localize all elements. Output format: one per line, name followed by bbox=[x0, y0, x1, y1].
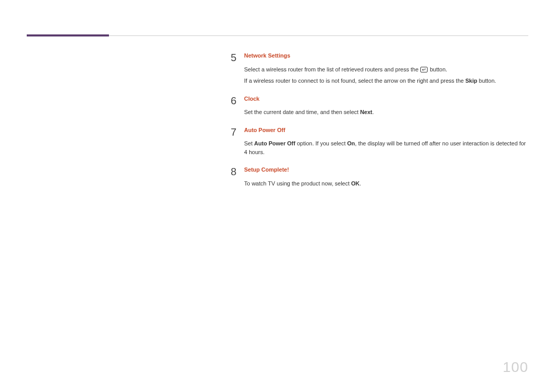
step-item: 6ClockSet the current date and time, and… bbox=[229, 95, 528, 120]
text-segment: button. bbox=[477, 78, 496, 84]
text-segment: button. bbox=[428, 66, 447, 72]
step-title: Clock bbox=[244, 95, 528, 103]
step-item: 8Setup Complete!To watch TV using the pr… bbox=[229, 165, 528, 191]
bold-text: On bbox=[347, 140, 355, 146]
text-segment: Set bbox=[244, 140, 254, 146]
step-text-line: To watch TV using the product now, selec… bbox=[244, 179, 528, 188]
text-segment: . bbox=[360, 180, 361, 186]
text-segment: If a wireless router to connect to is no… bbox=[244, 78, 465, 84]
text-segment: . bbox=[372, 109, 374, 115]
enter-button-icon bbox=[420, 67, 428, 72]
step-title: Setup Complete! bbox=[244, 165, 528, 174]
bold-text: OK bbox=[351, 180, 360, 186]
step-text-line: Select a wireless router from the list o… bbox=[244, 65, 528, 74]
step-text-line: If a wireless router to connect to is no… bbox=[244, 77, 528, 85]
step-number: 7 bbox=[229, 126, 244, 138]
step-text-line: Set the current date and time, and then … bbox=[244, 108, 528, 117]
bold-text: Next bbox=[360, 109, 373, 115]
text-segment: Select a wireless router from the list o… bbox=[244, 66, 420, 72]
step-item: 7Auto Power OffSet Auto Power Off option… bbox=[229, 126, 528, 160]
step-number: 6 bbox=[229, 95, 244, 107]
step-number: 5 bbox=[229, 51, 244, 64]
step-body: Setup Complete!To watch TV using the pro… bbox=[244, 165, 528, 191]
text-segment: To watch TV using the product now, selec… bbox=[244, 180, 351, 186]
step-title: Auto Power Off bbox=[244, 126, 528, 135]
step-body: Network SettingsSelect a wireless router… bbox=[244, 51, 528, 88]
page-number: 100 bbox=[503, 359, 528, 376]
step-number: 8 bbox=[229, 165, 244, 178]
bold-text: Auto Power Off bbox=[254, 140, 295, 146]
header-accent-bar bbox=[27, 34, 109, 36]
step-item: 5Network SettingsSelect a wireless route… bbox=[229, 51, 528, 88]
text-segment: option. If you select bbox=[295, 140, 347, 146]
step-body: Auto Power OffSet Auto Power Off option.… bbox=[244, 126, 528, 160]
steps-list: 5Network SettingsSelect a wireless route… bbox=[229, 51, 528, 197]
text-segment: Set the current date and time, and then … bbox=[244, 109, 360, 115]
step-text-line: Set Auto Power Off option. If you select… bbox=[244, 139, 528, 156]
step-body: ClockSet the current date and time, and … bbox=[244, 95, 528, 120]
bold-text: Skip bbox=[465, 78, 477, 84]
step-title: Network Settings bbox=[244, 51, 528, 60]
